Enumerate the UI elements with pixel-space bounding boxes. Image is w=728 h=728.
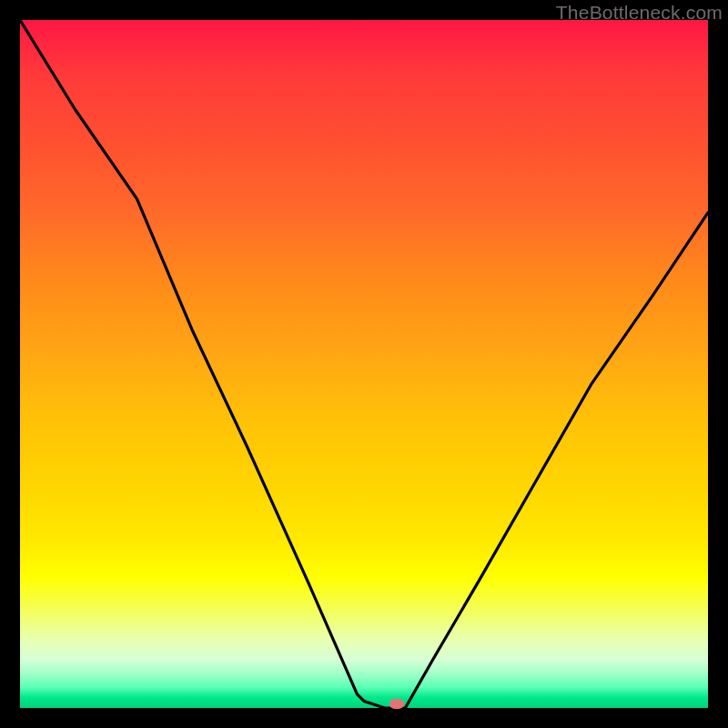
chart-gradient-background: [20, 20, 708, 708]
credit-label: TheBottleneck.com: [556, 2, 723, 24]
optimal-point-marker: [389, 699, 404, 709]
chart-frame: TheBottleneck.com: [0, 0, 728, 728]
